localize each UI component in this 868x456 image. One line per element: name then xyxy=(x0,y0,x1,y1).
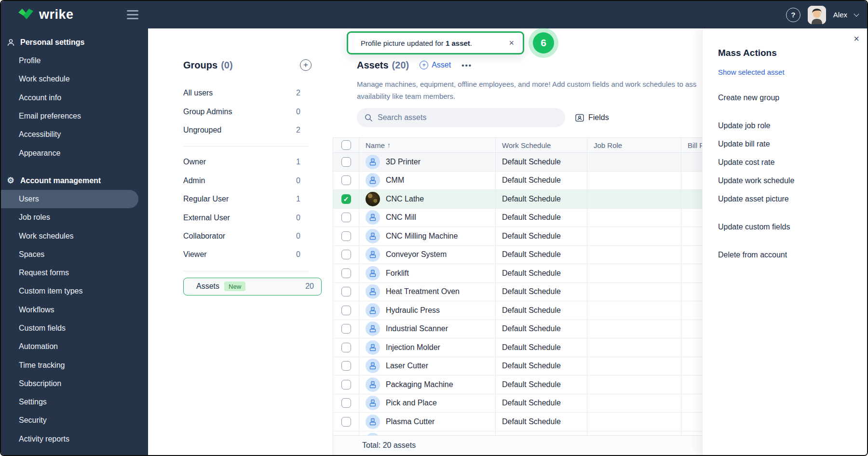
user-name[interactable]: Alex xyxy=(833,11,847,19)
row-checkbox[interactable] xyxy=(341,250,351,259)
table-row[interactable]: ForkliftDefault Schedule xyxy=(333,264,710,283)
table-row[interactable]: Heat Treatment OvenDefault Schedule xyxy=(333,283,710,302)
sidebar-item-accessibility[interactable]: Accessibility xyxy=(1,125,148,144)
sidebar-item-work-schedules[interactable]: Work schedules xyxy=(1,227,148,245)
machine-avatar-icon xyxy=(366,377,380,392)
asset-name: Injection Molder xyxy=(386,343,440,352)
table-header-row: Name ↑ Work Schedule Job Role Bill Ra xyxy=(333,137,710,153)
select-all-checkbox[interactable] xyxy=(341,140,351,150)
search-assets-input[interactable] xyxy=(378,113,551,122)
sort-ascending-icon[interactable]: ↑ xyxy=(387,141,391,149)
row-checkbox-cell xyxy=(333,357,359,376)
row-checkbox[interactable] xyxy=(341,417,351,427)
table-row[interactable]: Packaging MachineDefault Schedule xyxy=(333,376,710,394)
group-item-regular-user[interactable]: Regular User1 xyxy=(183,190,300,208)
search-icon xyxy=(365,114,373,122)
sidebar-item-time-tracking[interactable]: Time tracking xyxy=(1,356,148,374)
row-checkbox[interactable] xyxy=(341,324,351,334)
table-row[interactable]: Pick and PlaceDefault Schedule xyxy=(333,394,710,413)
mass-action-update-work-schedule[interactable]: Update work schedule xyxy=(718,172,794,190)
table-row[interactable]: CMMDefault Schedule xyxy=(333,172,710,190)
row-name-cell: Conveyor System xyxy=(359,246,496,264)
more-menu-icon[interactable]: ••• xyxy=(461,61,472,69)
row-checkbox[interactable] xyxy=(341,213,351,222)
sidebar-item-profile[interactable]: Profile xyxy=(1,52,148,70)
row-checkbox[interactable] xyxy=(341,231,351,241)
sidebar-item-workflows[interactable]: Workflows xyxy=(1,301,148,319)
menu-toggle-icon[interactable] xyxy=(127,10,138,19)
row-checkbox[interactable] xyxy=(341,398,351,408)
sidebar-item-settings[interactable]: Settings xyxy=(1,393,148,411)
row-checkbox-cell xyxy=(333,153,359,171)
row-job-role-cell xyxy=(587,413,681,431)
table-row[interactable]: Hydraulic PressDefault Schedule xyxy=(333,301,710,320)
wrike-logo[interactable]: wrike xyxy=(17,7,74,22)
mass-action-update-cost-rate[interactable]: Update cost rate xyxy=(718,153,794,172)
group-item-external-user[interactable]: External User0 xyxy=(183,208,300,227)
mass-action-update-asset-picture[interactable]: Update asset picture xyxy=(718,190,794,208)
show-selected-asset-link[interactable]: Show selected asset xyxy=(718,68,785,76)
sidebar-item-spaces[interactable]: Spaces xyxy=(1,245,148,264)
toast-close-icon[interactable]: × xyxy=(509,38,514,48)
row-checkbox[interactable]: ✓ xyxy=(341,194,351,204)
row-checkbox[interactable] xyxy=(341,157,351,167)
group-item-ungrouped[interactable]: Ungrouped2 xyxy=(183,121,300,139)
mass-action-update-bill-rate[interactable]: Update bill rate xyxy=(718,135,794,153)
table-row[interactable]: Industrial ScannerDefault Schedule xyxy=(333,320,710,339)
sidebar-item-activity-reports[interactable]: Activity reports xyxy=(1,430,148,448)
group-item-assets[interactable]: Assets New 20 xyxy=(183,278,322,295)
divider xyxy=(183,271,309,271)
user-avatar[interactable] xyxy=(808,6,826,24)
search-assets-box[interactable] xyxy=(357,108,565,127)
sidebar-item-users[interactable]: Users xyxy=(1,190,138,208)
group-item-viewer[interactable]: Viewer0 xyxy=(183,245,300,264)
row-checkbox[interactable] xyxy=(341,343,351,352)
column-header-name[interactable]: Name xyxy=(366,141,385,149)
close-icon[interactable]: × xyxy=(854,33,859,44)
mass-actions-panel: × Mass Actions Show selected asset Creat… xyxy=(702,28,867,455)
sidebar-item-automation[interactable]: Automation xyxy=(1,337,148,356)
column-header-job-role[interactable]: Job Role xyxy=(594,141,622,149)
group-item-admin[interactable]: Admin0 xyxy=(183,172,300,190)
table-row[interactable]: 3D PrinterDefault Schedule xyxy=(333,153,710,172)
row-checkbox[interactable] xyxy=(341,175,351,185)
row-checkbox[interactable] xyxy=(341,361,351,371)
sidebar-item-subscription[interactable]: Subscription xyxy=(1,375,148,393)
table-row[interactable]: CNC Milling MachineDefault Schedule xyxy=(333,227,710,246)
column-header-work-schedule[interactable]: Work Schedule xyxy=(502,141,551,149)
add-group-icon[interactable]: + xyxy=(300,59,312,71)
toast-notification: Profile picture updated for 1 asset. × xyxy=(347,31,524,54)
group-item-all-users[interactable]: All users2 xyxy=(183,84,300,102)
mass-action-create-new-group[interactable]: Create new group xyxy=(718,89,794,107)
table-row[interactable]: Plasma CutterDefault Schedule xyxy=(333,413,710,431)
table-row[interactable]: Laser CutterDefault Schedule xyxy=(333,357,710,376)
sidebar-item-security[interactable]: Security xyxy=(1,411,148,429)
row-checkbox[interactable] xyxy=(341,287,351,296)
sidebar-item-custom-item-types[interactable]: Custom item types xyxy=(1,282,148,300)
table-row[interactable]: Injection MolderDefault Schedule xyxy=(333,338,710,357)
sidebar-item-custom-fields[interactable]: Custom fields xyxy=(1,319,148,337)
mass-action-update-job-role[interactable]: Update job role xyxy=(718,117,794,135)
sidebar-item-work-schedule[interactable]: Work schedule xyxy=(1,70,148,88)
sidebar-item-appearance[interactable]: Appearance xyxy=(1,144,148,162)
table-row[interactable]: Conveyor SystemDefault Schedule xyxy=(333,246,710,265)
fields-button[interactable]: Fields xyxy=(575,113,609,122)
add-asset-button[interactable]: + Asset xyxy=(420,61,451,69)
row-name-cell: Industrial Scanner xyxy=(359,320,496,338)
group-item-group-admins[interactable]: Group Admins0 xyxy=(183,102,300,121)
mass-action-update-custom-fields[interactable]: Update custom fields xyxy=(718,218,794,236)
mass-action-delete-from-account[interactable]: Delete from account xyxy=(718,246,794,264)
sidebar-item-job-roles[interactable]: Job roles xyxy=(1,208,148,227)
row-checkbox[interactable] xyxy=(341,306,351,315)
group-item-collaborator[interactable]: Collaborator0 xyxy=(183,227,300,245)
sidebar-item-request-forms[interactable]: Request forms xyxy=(1,264,148,282)
table-row[interactable]: CNC MillDefault Schedule xyxy=(333,209,710,228)
row-checkbox[interactable] xyxy=(341,268,351,278)
help-icon[interactable]: ? xyxy=(786,8,800,22)
sidebar-item-email-preferences[interactable]: Email preferences xyxy=(1,107,148,125)
chevron-down-icon[interactable] xyxy=(854,11,859,16)
group-item-owner[interactable]: Owner1 xyxy=(183,153,300,171)
table-row[interactable]: ✓CNC LatheDefault Schedule xyxy=(333,190,710,209)
row-checkbox[interactable] xyxy=(341,380,351,389)
sidebar-item-account-info[interactable]: Account info xyxy=(1,89,148,107)
